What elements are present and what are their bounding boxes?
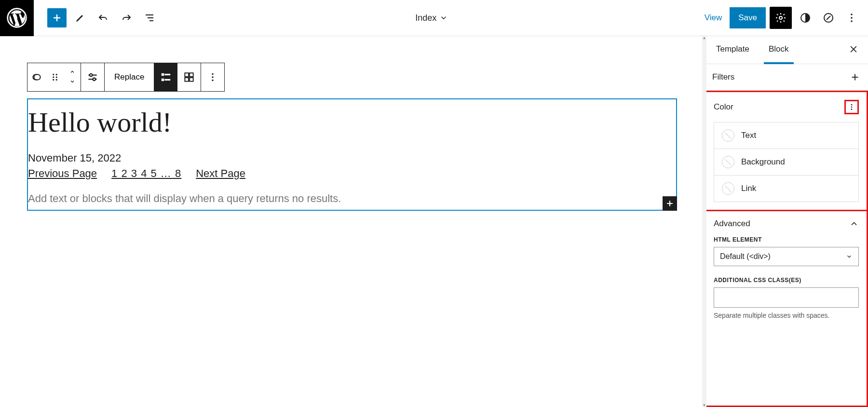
next-page-link[interactable]: Next Page [196, 167, 245, 180]
svg-point-18 [90, 74, 92, 76]
no-results-placeholder[interactable]: Add text or blocks that will display whe… [28, 189, 676, 210]
pagination: Previous Page 1 2 3 4 5 … 8 Next Page [28, 165, 676, 189]
svg-point-10 [53, 74, 54, 75]
color-panel-header[interactable]: Color [706, 92, 867, 122]
grid-view-toggle[interactable] [177, 63, 201, 91]
block-type-button[interactable] [27, 63, 46, 91]
tab-block[interactable]: Block [764, 36, 794, 64]
post-title[interactable]: Hello world! [28, 99, 676, 145]
inline-add-block-button[interactable] [663, 196, 677, 211]
color-text-row[interactable]: Text [714, 122, 858, 149]
block-more-button[interactable] [201, 63, 224, 91]
redo-button[interactable] [117, 8, 136, 27]
query-loop-icon [30, 71, 43, 83]
filters-label: Filters [712, 72, 734, 82]
chevron-up-icon [849, 219, 859, 229]
svg-line-6 [827, 16, 830, 20]
html-element-select[interactable]: Default (<div>) [714, 247, 859, 266]
add-block-button[interactable] [47, 8, 67, 27]
css-classes-input[interactable] [714, 287, 859, 308]
close-icon [849, 44, 858, 54]
svg-rect-23 [165, 79, 170, 80]
color-label: Color [714, 102, 733, 112]
more-vertical-icon [848, 103, 855, 111]
color-panel-highlight: Color Text Background Link [705, 91, 868, 211]
svg-rect-27 [190, 78, 193, 81]
svg-point-30 [212, 80, 214, 81]
pencil-icon [74, 12, 86, 24]
list-view-toggle[interactable] [154, 63, 177, 91]
styles-button[interactable] [796, 8, 815, 27]
svg-point-37 [851, 104, 853, 106]
undo-icon [97, 12, 109, 24]
color-background-row[interactable]: Background [714, 149, 858, 175]
compass-icon [823, 12, 834, 24]
more-options-button[interactable] [842, 8, 861, 27]
replace-button[interactable]: Replace [105, 63, 154, 91]
view-link[interactable]: View [705, 13, 722, 23]
advanced-panel-highlight: Advanced HTML ELEMENT Default (<div>) AD… [705, 211, 868, 407]
svg-rect-26 [185, 78, 189, 81]
settings-sidebar: Template Block Filters Color Text Backgr… [704, 36, 868, 407]
svg-point-8 [851, 17, 853, 19]
undo-button[interactable] [94, 8, 113, 27]
svg-rect-24 [185, 73, 189, 77]
wordpress-logo[interactable] [0, 0, 34, 36]
svg-rect-21 [165, 74, 170, 75]
tab-template[interactable]: Template [711, 36, 754, 64]
list-view-button[interactable] [140, 8, 159, 27]
svg-point-11 [56, 74, 57, 75]
more-vertical-icon [846, 12, 857, 24]
alignment-button[interactable] [81, 63, 104, 91]
block-toolbar: Replace [27, 63, 225, 92]
chevron-down-icon [846, 253, 853, 260]
chevron-down-icon [68, 79, 76, 84]
svg-point-38 [851, 107, 853, 108]
advanced-panel-header[interactable]: Advanced [706, 211, 867, 236]
redo-icon [121, 12, 132, 24]
svg-point-14 [53, 79, 54, 81]
previous-page-link[interactable]: Previous Page [28, 167, 97, 180]
svg-point-12 [53, 76, 54, 78]
color-link-row[interactable]: Link [714, 175, 858, 202]
list-layout-icon [160, 71, 172, 83]
empty-swatch-icon [722, 156, 734, 168]
more-vertical-icon [206, 71, 219, 83]
document-title[interactable]: Index [159, 13, 705, 23]
grid-layout-icon [183, 71, 195, 83]
list-tree-icon [144, 12, 155, 24]
plus-icon[interactable] [850, 72, 860, 82]
save-button[interactable]: Save [730, 7, 766, 28]
edit-mode-button[interactable] [70, 8, 90, 27]
svg-point-39 [851, 109, 853, 110]
advanced-label: Advanced [714, 219, 750, 229]
svg-rect-22 [162, 79, 164, 81]
contrast-icon [800, 12, 811, 24]
move-down-button[interactable] [64, 77, 81, 87]
empty-swatch-icon [722, 182, 734, 195]
post-date[interactable]: November 15, 2022 [28, 145, 676, 165]
svg-point-29 [212, 76, 214, 78]
plus-icon [665, 199, 675, 208]
color-options-button[interactable] [844, 100, 859, 114]
svg-point-7 [851, 14, 853, 15]
settings-button[interactable] [770, 7, 792, 29]
wordpress-icon [7, 8, 27, 28]
filters-panel[interactable]: Filters [705, 64, 868, 91]
move-up-button[interactable] [64, 68, 81, 77]
svg-point-28 [212, 73, 214, 75]
inspector-button[interactable] [819, 8, 838, 27]
drag-icon [49, 71, 61, 83]
drag-handle[interactable] [46, 63, 64, 91]
gear-icon [775, 12, 787, 24]
svg-point-3 [779, 16, 782, 19]
color-list: Text Background Link [714, 122, 859, 202]
query-loop-block[interactable]: Hello world! November 15, 2022 Previous … [27, 98, 677, 211]
page-numbers[interactable]: 1 2 3 4 5 … 8 [111, 167, 181, 180]
close-sidebar-button[interactable] [846, 42, 861, 58]
sliders-icon [86, 71, 99, 83]
plus-icon [51, 12, 63, 24]
scrollbar[interactable]: ▲▼ [702, 36, 706, 407]
top-toolbar: Index View Save [0, 0, 868, 36]
svg-point-19 [93, 78, 95, 81]
